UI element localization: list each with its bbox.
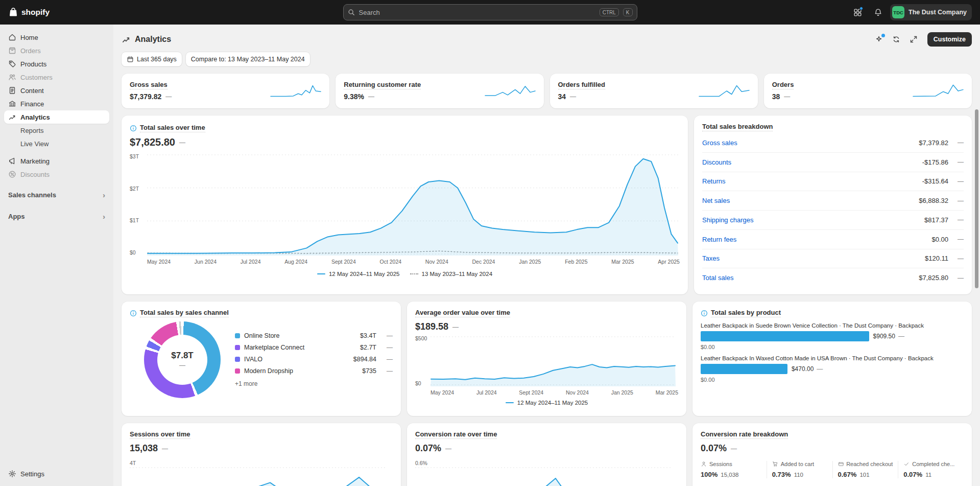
store-name: The Dust Company [909,9,967,16]
sidebar-item-home[interactable]: Home [4,31,109,44]
sidebar-item-analytics[interactable]: Analytics [4,110,109,124]
no-change-icon: — [952,274,964,282]
breakdown-row: Total sales$7,825.80— [702,268,964,287]
search-input[interactable] [359,9,595,16]
sales-by-product-card: Total sales by product Leather Backpack … [692,302,972,416]
card-title[interactable]: Sessions over time [130,430,190,439]
admin-apps-button[interactable] [849,4,866,20]
topbar: shopify CTRL K [0,0,980,25]
y-axis-tick: 0.6% [415,460,678,466]
card-title[interactable]: Conversion rate over time [415,430,497,439]
sidebar-item-discounts: Discounts [4,168,109,181]
sparkline-chart [485,83,536,99]
refresh-button[interactable] [889,32,904,47]
breakdown-metric-link[interactable]: Returns [702,177,726,185]
sidebar-item-content[interactable]: Content [4,84,109,97]
average-order-value-card: Average order value over time $189.58— $… [407,302,686,416]
sparkline-chart [699,83,750,99]
sidebar-section-sales-channels[interactable]: Sales channels › [4,187,109,202]
card-title[interactable]: Conversion rate breakdown [701,430,788,439]
card-title[interactable]: Total sales by sales channel [140,309,229,317]
no-change-icon: — [952,178,964,185]
info-icon[interactable] [130,125,137,132]
card-title[interactable]: Total sales by product [711,309,781,317]
legend-swatch [235,333,240,338]
breakdown-metric-link[interactable]: Shipping charges [702,216,753,224]
sidebar-item-reports[interactable]: Reports [4,124,109,137]
funnel-step: Reached checkout 0.67%101 [832,461,898,478]
conversion-funnel: Sessions 100%15,038 Added to cart 0.73%1… [701,461,964,478]
card-title[interactable]: Total sales breakdown [702,123,773,131]
sidebar-item-customers: Customers [4,71,109,84]
more-channels-link[interactable]: +1 more [235,380,393,387]
no-change-icon: — [162,445,168,452]
sparkline-chart [913,83,964,99]
sidebar-item-finance[interactable]: Finance [4,97,109,110]
no-change-icon: — [952,255,964,262]
calendar-icon [127,56,134,63]
notifications-button[interactable] [870,4,886,20]
customize-button[interactable]: Customize [927,32,972,47]
store-switcher[interactable]: TDC The Dust Company [890,4,972,20]
breakdown-metric-link[interactable]: Taxes [702,254,720,262]
sessions-line-chart [130,466,385,486]
insights-button[interactable] [871,32,887,47]
no-change-icon: — [385,367,393,375]
store-avatar: TDC [892,6,904,18]
no-change-icon: — [385,332,393,339]
y-axis-tick: 4T [130,460,393,466]
topbar-actions: TDC The Dust Company [849,4,972,20]
discounts-icon [8,170,16,178]
product-bar [701,364,787,374]
brand-wordmark: shopify [21,8,50,17]
sidebar-item-settings[interactable]: Settings [4,467,109,481]
kpi-title-link[interactable]: Gross sales [130,81,168,89]
shopify-logo[interactable]: shopify [8,7,50,17]
chevron-right-icon: › [103,191,105,199]
kpi-title-link[interactable]: Returning customer rate [344,81,421,89]
kpi-title-link[interactable]: Orders fulfilled [558,81,605,89]
checkout-icon [838,461,844,467]
breakdown-metric-link[interactable]: Discounts [702,158,731,166]
breakdown-metric-link[interactable]: Gross sales [702,139,737,147]
legend-item: IVALO$894.84— [235,356,393,363]
breakdown-metric-link[interactable]: Total sales [702,274,733,282]
breakdown-metric-link[interactable]: Return fees [702,236,736,243]
sales-by-channel-card: Total sales by sales channel $7.8T — Onl… [122,302,401,416]
sidebar-item-products[interactable]: Products [4,57,109,71]
no-change-icon: — [165,93,172,100]
sidebar-section-apps[interactable]: Apps › [4,209,109,224]
total-sales-breakdown-card: Total sales breakdown Gross sales$7,379.… [694,115,972,294]
legend-swatch [235,357,240,362]
sidebar-item-marketing[interactable]: Marketing [4,154,109,168]
products-icon [8,60,16,68]
page-scrollbar-thumb[interactable] [975,109,978,288]
new-feature-dot [881,34,885,37]
product-bar [701,331,869,341]
total-sales-over-time-card: Total sales over time $7,825.80— $3T$2T$… [122,115,688,294]
card-title[interactable]: Average order value over time [415,309,510,317]
breakdown-metric-link[interactable]: Net sales [702,197,730,204]
no-change-icon: — [385,344,393,351]
info-icon[interactable] [701,310,708,317]
global-search[interactable]: CTRL K [343,4,637,20]
home-icon [8,33,16,41]
no-change-icon: — [952,139,964,146]
channel-legend: Online Store$3.4T— Marketplace Connect$2… [235,332,393,387]
aov-line-chart [431,335,676,386]
kpi-title-link[interactable]: Orders [772,81,794,89]
compare-filter[interactable]: Compare to: 13 May 2023–11 May 2024 [186,52,310,66]
fullscreen-button[interactable] [906,32,921,47]
date-range-filter[interactable]: Last 365 days [122,52,182,66]
info-icon[interactable] [130,310,137,317]
funnel-step: Added to cart 0.73%110 [767,461,832,478]
total-sales-line-chart [147,153,678,256]
legend-item: Marketplace Connect$2.7T— [235,344,393,351]
sessions-over-time-card: Sessions over time 15,038— 4T [122,423,401,486]
card-title[interactable]: Total sales over time [140,124,205,132]
sidebar-item-live-view[interactable]: Live View [4,137,109,150]
current-period-swatch [317,273,325,274]
analytics-icon [8,113,16,121]
marketing-icon [8,157,16,165]
no-change-icon: — [952,197,964,204]
